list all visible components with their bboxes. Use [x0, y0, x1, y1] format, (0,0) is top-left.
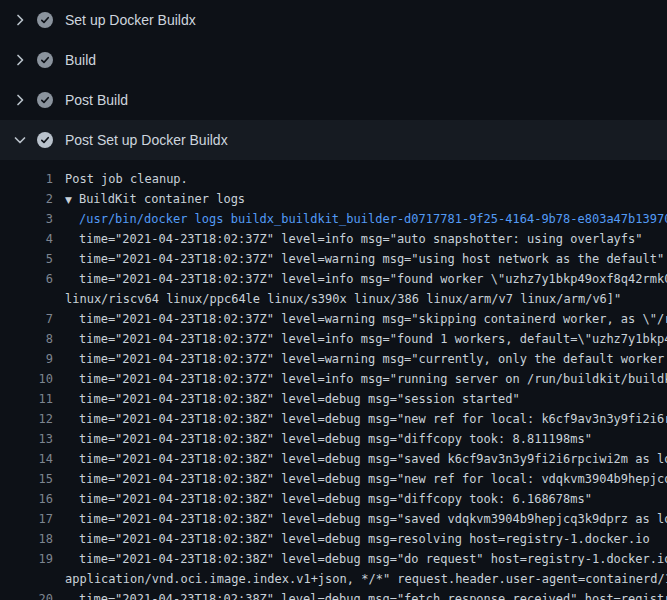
log-line: 14 time="2021-04-23T18:02:38Z" level=deb… [0, 449, 667, 469]
log-line-number[interactable]: 17 [0, 509, 53, 529]
check-circle-icon [37, 52, 53, 68]
log-line-content: time="2021-04-23T18:02:38Z" level=debug … [79, 509, 667, 529]
step-title: Post Build [65, 92, 128, 108]
log-line: 13 time="2021-04-23T18:02:38Z" level=deb… [0, 429, 667, 449]
log-line-content: time="2021-04-23T18:02:38Z" level=debug … [79, 449, 667, 469]
log-line-number[interactable]: 19 [0, 549, 53, 569]
log-line-number[interactable]: 20 [0, 589, 53, 600]
log-line: 20 time="2021-04-23T18:02:38Z" level=deb… [0, 589, 667, 600]
log-line-text: /usr/bin/docker logs buildx_buildkit_bui… [79, 212, 667, 226]
log-line: 5 time="2021-04-23T18:02:37Z" level=warn… [0, 249, 667, 269]
log-line-text: Post job cleanup. [65, 172, 188, 186]
log-line: linux/riscv64 linux/ppc64le linux/s390x … [0, 289, 667, 309]
log-line-content: time="2021-04-23T18:02:38Z" level=debug … [79, 469, 667, 489]
log-line: 2 ▼BuildKit container logs [0, 189, 667, 209]
log-line-text: time="2021-04-23T18:02:38Z" level=debug … [79, 392, 520, 406]
log-line-number[interactable]: 3 [0, 209, 53, 229]
chevron-icon [12, 132, 28, 148]
chevron-icon [12, 12, 28, 28]
log-line-content: time="2021-04-23T18:02:38Z" level=debug … [79, 409, 667, 429]
log-line: 4 time="2021-04-23T18:02:37Z" level=info… [0, 229, 667, 249]
step-title: Post Set up Docker Buildx [65, 132, 228, 148]
log-line-content: ▼BuildKit container logs [65, 189, 245, 209]
log-line-number[interactable]: 13 [0, 429, 53, 449]
chevron-icon [12, 92, 28, 108]
check-circle-icon [37, 92, 53, 108]
log-line-text: time="2021-04-23T18:02:38Z" level=debug … [79, 452, 667, 466]
log-line-number[interactable]: 11 [0, 389, 53, 409]
log-line-content: time="2021-04-23T18:02:38Z" level=debug … [79, 489, 592, 509]
log-line-text: time="2021-04-23T18:02:38Z" level=debug … [79, 432, 592, 446]
log-line-text: time="2021-04-23T18:02:37Z" level=warnin… [79, 312, 667, 326]
log-line: 6 time="2021-04-23T18:02:37Z" level=info… [0, 269, 667, 289]
log-line-content: time="2021-04-23T18:02:37Z" level=warnin… [79, 349, 667, 369]
step-row[interactable]: Set up Docker Buildx [0, 0, 667, 40]
step-title: Set up Docker Buildx [65, 12, 196, 28]
log-line-number[interactable]: 16 [0, 489, 53, 509]
log-line-number[interactable]: 9 [0, 349, 53, 369]
log-line-number[interactable]: 18 [0, 529, 53, 549]
log-line: 10 time="2021-04-23T18:02:37Z" level=inf… [0, 369, 667, 389]
log-line-content: time="2021-04-23T18:02:38Z" level=debug … [79, 429, 592, 449]
log-line-text: time="2021-04-23T18:02:38Z" level=debug … [79, 552, 667, 566]
log-line: 9 time="2021-04-23T18:02:37Z" level=warn… [0, 349, 667, 369]
log-line-content: time="2021-04-23T18:02:37Z" level=info m… [79, 269, 667, 289]
log-line-content: /usr/bin/docker logs buildx_buildkit_bui… [79, 209, 667, 229]
log-line-text: time="2021-04-23T18:02:37Z" level=info m… [79, 332, 667, 346]
log-line: 15 time="2021-04-23T18:02:38Z" level=deb… [0, 469, 667, 489]
log-line-content: time="2021-04-23T18:02:38Z" level=debug … [79, 549, 667, 569]
log-line: 3 /usr/bin/docker logs buildx_buildkit_b… [0, 209, 667, 229]
log-line-number[interactable]: 2 [0, 189, 53, 209]
log-line-number[interactable]: 7 [0, 309, 53, 329]
log-line-number[interactable]: 15 [0, 469, 53, 489]
log-line: 19 time="2021-04-23T18:02:38Z" level=deb… [0, 549, 667, 569]
log-line-number[interactable]: 4 [0, 229, 53, 249]
log-line-number[interactable] [0, 569, 53, 589]
log-line-number[interactable] [0, 289, 53, 309]
log-line-content: linux/riscv64 linux/ppc64le linux/s390x … [65, 289, 621, 309]
log-line-text: linux/riscv64 linux/ppc64le linux/s390x … [65, 292, 621, 306]
log-line-text: time="2021-04-23T18:02:37Z" level=info m… [79, 232, 643, 246]
check-circle-icon [37, 132, 53, 148]
chevron-icon [12, 52, 28, 68]
log-line-number[interactable]: 5 [0, 249, 53, 269]
log-line-number[interactable]: 14 [0, 449, 53, 469]
log-line-text: time="2021-04-23T18:02:37Z" level=info m… [79, 272, 667, 286]
log-line-content: time="2021-04-23T18:02:38Z" level=debug … [79, 389, 520, 409]
log-line-number[interactable]: 6 [0, 269, 53, 289]
step-title: Build [65, 52, 96, 68]
group-caret-icon[interactable]: ▼ [65, 195, 72, 205]
log-line: 18 time="2021-04-23T18:02:38Z" level=deb… [0, 529, 667, 549]
log-line-content: time="2021-04-23T18:02:37Z" level=warnin… [79, 249, 664, 269]
log-line-text: BuildKit container logs [79, 192, 245, 206]
log-line: 11 time="2021-04-23T18:02:38Z" level=deb… [0, 389, 667, 409]
log-line-text: time="2021-04-23T18:02:38Z" level=debug … [79, 472, 667, 486]
log-line-number[interactable]: 8 [0, 329, 53, 349]
log-line: 8 time="2021-04-23T18:02:37Z" level=info… [0, 329, 667, 349]
log-line-content: time="2021-04-23T18:02:37Z" level=info m… [79, 329, 667, 349]
log-line-number[interactable]: 1 [0, 169, 53, 189]
log-line-text: time="2021-04-23T18:02:38Z" level=debug … [79, 512, 667, 526]
log-line-content: application/vnd.oci.image.index.v1+json,… [65, 569, 667, 589]
log-line-text: time="2021-04-23T18:02:37Z" level=warnin… [79, 252, 664, 266]
log-line-text: time="2021-04-23T18:02:38Z" level=debug … [79, 592, 667, 600]
log-lines: 1 Post job cleanup. 2 ▼BuildKit containe… [0, 160, 667, 600]
step-row[interactable]: Post Set up Docker Buildx [0, 120, 667, 160]
log-line-text: time="2021-04-23T18:02:38Z" level=debug … [79, 412, 667, 426]
log-line-number[interactable]: 12 [0, 409, 53, 429]
log-line: application/vnd.oci.image.index.v1+json,… [0, 569, 667, 589]
log-line-text: time="2021-04-23T18:02:37Z" level=warnin… [79, 352, 667, 366]
log-line-content: time="2021-04-23T18:02:38Z" level=debug … [79, 529, 650, 549]
log-line: 16 time="2021-04-23T18:02:38Z" level=deb… [0, 489, 667, 509]
log-line-content: Post job cleanup. [65, 169, 188, 189]
log-line-number[interactable]: 10 [0, 369, 53, 389]
step-row[interactable]: Build [0, 40, 667, 80]
log-line-content: time="2021-04-23T18:02:37Z" level=info m… [79, 369, 667, 389]
log-line: 12 time="2021-04-23T18:02:38Z" level=deb… [0, 409, 667, 429]
log-line: 17 time="2021-04-23T18:02:38Z" level=deb… [0, 509, 667, 529]
log-line-content: time="2021-04-23T18:02:37Z" level=info m… [79, 229, 643, 249]
log-line-text: time="2021-04-23T18:02:38Z" level=debug … [79, 492, 592, 506]
log-line-text: application/vnd.oci.image.index.v1+json,… [65, 572, 667, 586]
log-line-text: time="2021-04-23T18:02:37Z" level=info m… [79, 372, 667, 386]
step-row[interactable]: Post Build [0, 80, 667, 120]
